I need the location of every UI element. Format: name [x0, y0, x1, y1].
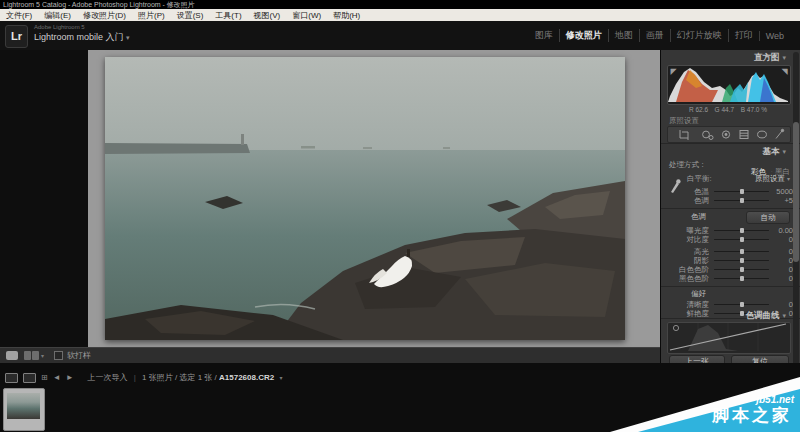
- whites-slider[interactable]: [714, 269, 769, 270]
- whites-value[interactable]: 0: [774, 265, 793, 274]
- left-panel-collapsed[interactable]: [0, 50, 88, 347]
- spot-removal-tool-icon[interactable]: [703, 131, 713, 139]
- auto-tone-button[interactable]: 自动: [746, 211, 790, 224]
- filmstrip-filename: A1572608.CR2: [219, 373, 274, 382]
- temp-slider[interactable]: [714, 191, 769, 192]
- tint-label: 色调: [667, 196, 709, 206]
- clarity-slider[interactable]: [714, 304, 769, 305]
- slider-thumb[interactable]: [740, 258, 744, 263]
- panel-collapse-icon[interactable]: ▾: [782, 148, 786, 155]
- menu-tools[interactable]: 工具(T): [209, 10, 247, 21]
- slider-thumb[interactable]: [740, 189, 744, 194]
- menu-bar: 文件(F) 编辑(E) 修改照片(D) 照片(P) 设置(S) 工具(T) 视图…: [0, 9, 800, 21]
- tone-curve-box[interactable]: [667, 322, 791, 354]
- contrast-slider[interactable]: [714, 239, 769, 240]
- histogram-box[interactable]: ◤ ◥: [667, 65, 791, 105]
- graduated-filter-tool-icon[interactable]: [740, 131, 748, 139]
- clarity-value[interactable]: 0: [774, 300, 793, 309]
- exposure-slider[interactable]: [714, 230, 769, 231]
- slider-thumb[interactable]: [740, 237, 744, 242]
- tool-strip: [667, 126, 791, 143]
- second-window-icon[interactable]: [23, 373, 36, 383]
- loupe-view-icon[interactable]: [6, 351, 18, 360]
- slider-thumb[interactable]: [740, 228, 744, 233]
- before-after-right-icon[interactable]: [32, 351, 39, 360]
- chevron-down-icon[interactable]: ▾: [126, 34, 130, 41]
- blacks-slider[interactable]: [714, 278, 769, 279]
- crop-tool-icon[interactable]: [680, 130, 688, 140]
- module-slideshow[interactable]: 幻灯片放映: [670, 29, 728, 42]
- menu-file[interactable]: 文件(F): [0, 10, 38, 21]
- panel-scrollbar[interactable]: [793, 52, 799, 368]
- red-eye-tool-icon[interactable]: [722, 131, 729, 138]
- menu-photo[interactable]: 照片(P): [132, 10, 171, 21]
- filmstrip-bar: ⊞ ◄ ► 上一次导入 | 1 张照片 / 选定 1 张 / A1572608.…: [0, 370, 800, 385]
- contrast-value[interactable]: 0: [774, 235, 793, 244]
- menu-develop[interactable]: 修改照片(D): [77, 10, 132, 21]
- lightroom-window: Lightroom 5 Catalog - Adobe Photoshop Li…: [0, 0, 800, 432]
- slider-thumb[interactable]: [740, 198, 744, 203]
- targeted-adjustment-icon[interactable]: [673, 325, 678, 330]
- tone-curve-panel-header[interactable]: 色调曲线▾: [745, 310, 786, 322]
- develop-canvas: [88, 50, 660, 347]
- soft-proof-label[interactable]: 软打样: [67, 350, 91, 361]
- module-web[interactable]: Web: [759, 31, 790, 41]
- slider-thumb[interactable]: [740, 276, 744, 281]
- filmstrip-thumbnail[interactable]: [3, 388, 45, 431]
- panel-scrollbar-thumb[interactable]: [793, 122, 799, 262]
- filmstrip-source[interactable]: 上一次导入: [88, 373, 128, 382]
- menu-settings[interactable]: 设置(S): [171, 10, 210, 21]
- exposure-value[interactable]: 0.00: [774, 226, 793, 235]
- window-titlebar[interactable]: Lightroom 5 Catalog - Adobe Photoshop Li…: [0, 0, 800, 9]
- before-after-dropdown-icon[interactable]: ▾: [41, 352, 44, 359]
- slider-thumb[interactable]: [740, 249, 744, 254]
- develop-toolbar: ▾ 软打样: [0, 347, 660, 363]
- radial-filter-tool-icon[interactable]: [758, 131, 767, 138]
- highlights-value[interactable]: 0: [774, 247, 793, 256]
- tint-value[interactable]: +5: [774, 196, 793, 205]
- photo-canvas[interactable]: [105, 57, 625, 340]
- filmstrip-breadcrumb[interactable]: 上一次导入 | 1 张照片 / 选定 1 张 / A1572608.CR2 ▾: [88, 372, 283, 383]
- module-map[interactable]: 地图: [608, 29, 639, 42]
- next-photo-arrow-icon[interactable]: ►: [66, 373, 74, 382]
- before-after-left-icon[interactable]: [24, 351, 31, 360]
- tint-slider-row: 色调 +5: [667, 196, 793, 205]
- menu-window[interactable]: 窗口(W): [286, 10, 327, 21]
- previous-photo-arrow-icon[interactable]: ◄: [53, 373, 61, 382]
- main-window-icon[interactable]: [5, 373, 18, 383]
- white-balance-select[interactable]: 原照设置 ▾: [755, 174, 790, 184]
- module-library[interactable]: 图库: [529, 29, 559, 42]
- shadows-slider[interactable]: [714, 260, 769, 261]
- basic-panel-header[interactable]: 基本▾: [762, 146, 786, 158]
- highlights-slider[interactable]: [714, 251, 769, 252]
- slider-thumb[interactable]: [740, 311, 744, 316]
- temp-value[interactable]: 5000: [774, 187, 793, 196]
- treatment-label: 处理方式：: [669, 160, 707, 170]
- lightroom-logo: Lr: [5, 25, 28, 48]
- identity-main-text: Lightroom mobile 入门: [34, 32, 124, 42]
- menu-view[interactable]: 视图(V): [248, 10, 287, 21]
- chevron-down-icon[interactable]: ▾: [279, 375, 282, 381]
- module-develop[interactable]: 修改照片: [559, 29, 608, 42]
- module-book[interactable]: 画册: [639, 29, 670, 42]
- slider-thumb[interactable]: [740, 302, 744, 307]
- right-panel: 直方图▾ ◤ ◥ R 62.6 G 44.7 B 47.0 % 原照设置: [660, 50, 800, 370]
- histogram-header[interactable]: 直方图▾: [754, 52, 786, 64]
- slider-thumb[interactable]: [740, 267, 744, 272]
- module-print[interactable]: 打印: [728, 29, 759, 42]
- adjustment-brush-tool-icon[interactable]: [776, 129, 784, 138]
- identity-plate[interactable]: Adobe Lightroom 5 Lightroom mobile 入门 ▾: [34, 24, 130, 44]
- menu-help[interactable]: 帮助(H): [327, 10, 366, 21]
- menu-edit[interactable]: 编辑(E): [38, 10, 77, 21]
- shadow-clipping-icon[interactable]: ◤: [669, 67, 678, 76]
- soft-proof-checkbox[interactable]: [54, 351, 63, 360]
- blacks-value[interactable]: 0: [774, 274, 793, 283]
- panel-collapse-icon[interactable]: ▾: [782, 312, 786, 319]
- panel-collapse-icon[interactable]: ▾: [782, 54, 786, 61]
- blacks-label: 黑色色阶: [667, 274, 709, 284]
- shadows-value[interactable]: 0: [774, 256, 793, 265]
- tint-slider[interactable]: [714, 200, 769, 201]
- grid-view-icon[interactable]: ⊞: [41, 373, 48, 382]
- contrast-label: 对比度: [667, 235, 709, 245]
- highlight-clipping-icon[interactable]: ◥: [780, 67, 789, 76]
